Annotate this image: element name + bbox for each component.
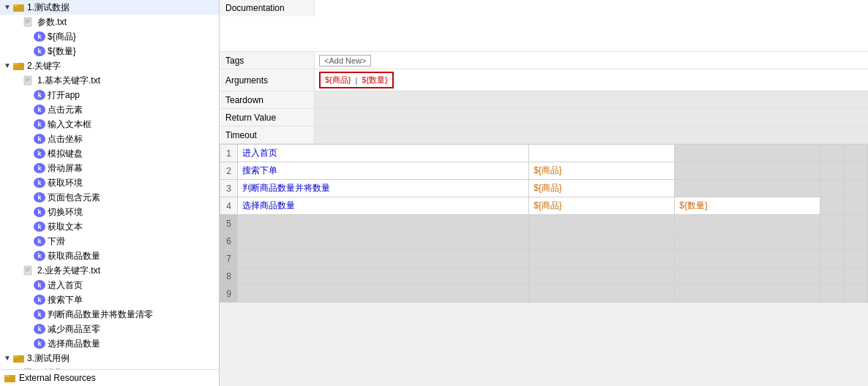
tree-item-kw-scroll-screen[interactable]: k 滑动屏幕 [0,161,219,175]
step-empty-5-3[interactable] [675,215,820,232]
tree-label-test-cases: 3.测试用例 [27,352,70,365]
step-empty-7-3[interactable] [675,250,820,268]
step-arg-1-1[interactable] [529,145,675,162]
timeout-value[interactable] [315,126,868,143]
tree-item-kw-get-text[interactable]: k 获取文本 [0,219,219,234]
step-empty-9-3[interactable] [675,285,820,303]
step-empty-8-3[interactable] [675,268,820,285]
step-arg-2-2[interactable] [675,162,820,180]
external-resources-item[interactable]: External Resources [0,369,219,386]
step-empty-7-5[interactable] [844,250,867,268]
step-name-2[interactable]: 搜索下单 [238,162,529,180]
tree-label-search-order: 搜索下单 [48,293,83,306]
tree-item-kw-switch-env[interactable]: k 切换环境 [0,205,219,219]
table-row: 8 [220,268,868,285]
step-arg-4-4[interactable] [844,197,867,215]
tree-item-test-data[interactable]: ▼ 1.测试数据 [0,0,219,15]
tree-item-kw-open-app[interactable]: k 打开app [0,88,219,102]
step-empty-7-2[interactable] [529,250,675,268]
tree-item-kw-click-elem[interactable]: k 点击元素 [0,102,219,117]
kw-icon-get-text: k [34,222,45,232]
step-arg-1-2[interactable] [675,145,820,162]
step-arg-3-1[interactable]: ${商品} [529,180,675,197]
tree-label-scroll-screen: 滑动屏幕 [48,162,83,175]
tree-item-kw-get-env[interactable]: k 获取环境 [0,175,219,190]
step-empty-9-2[interactable] [529,285,675,303]
step-empty-6-2[interactable] [529,232,675,250]
step-arg-4-2[interactable]: ${数量} [675,197,820,215]
tree-item-bkw-search-order[interactable]: k 搜索下单 [0,292,219,307]
tree-item-biz-kw[interactable]: 2.业务关键字.txt [0,263,219,278]
tree-label-judge-qty: 判断商品数量并将数量清零 [48,308,153,321]
step-empty-5-4[interactable] [820,215,844,232]
tree-item-bkw-select-qty[interactable]: k 选择商品数量 [0,336,219,351]
table-row: 9 [220,285,868,303]
step-empty-6-4[interactable] [820,232,844,250]
step-num-3: 3 [220,180,238,197]
kw-icon-goto-home: k [34,280,45,290]
step-empty-6-1[interactable] [238,232,529,250]
toggle-keywords[interactable]: ▼ [3,61,12,70]
tree-item-test-cases[interactable]: ▼ 3.测试用例 [0,351,219,366]
step-empty-6-3[interactable] [675,232,820,250]
tree-item-kw-click-coord[interactable]: k 点击坐标 [0,132,219,146]
folder-icon-keywords [13,61,25,71]
tree-item-bkw-reduce-cart[interactable]: k 减少商品至零 [0,322,219,336]
step-empty-5-1[interactable] [238,215,529,232]
tree-item-bkw-judge-qty[interactable]: k 判断商品数量并将数量清零 [0,307,219,322]
tree-item-params-txt[interactable]: 参数.txt [0,15,219,29]
tree-item-kw-scroll-down[interactable]: k 下滑 [0,234,219,249]
step-empty-7-1[interactable] [238,250,529,268]
step-empty-5-5[interactable] [844,215,867,232]
step-empty-9-1[interactable] [238,285,529,303]
step-arg-4-1[interactable]: ${商品} [529,197,675,215]
step-empty-6-5[interactable] [844,232,867,250]
step-empty-8-4[interactable] [820,268,844,285]
tree-item-param-qty[interactable]: k ${数量} [0,44,219,58]
step-arg-2-3[interactable] [820,162,844,180]
table-row: 6 [220,232,868,250]
step-empty-5-2[interactable] [529,215,675,232]
tree-label-biz-kw: 2.业务关键字.txt [37,264,100,277]
documentation-content[interactable] [315,0,868,51]
tree-item-kw-sim-keyboard[interactable]: k 模拟键盘 [0,146,219,161]
step-arg-3-4[interactable] [844,180,867,197]
step-empty-8-5[interactable] [844,268,867,285]
step-arg-1-3[interactable] [820,145,844,162]
step-arg-1-4[interactable] [844,145,867,162]
add-tag-button[interactable]: <Add New> [319,55,371,67]
step-arg-2-1[interactable]: ${商品} [529,162,675,180]
kw-icon-page-contains: k [34,192,45,203]
tree-label-param-goods: ${商品} [48,30,76,43]
step-arg-4-3[interactable] [820,197,844,215]
tree-item-kw-input-text[interactable]: k 输入文本框 [0,117,219,132]
tree-item-keywords[interactable]: ▼ 2.关键字 [0,58,219,73]
documentation-row: Documentation [220,0,868,52]
table-row: 4 选择商品数量 ${商品} ${数量} [220,197,868,215]
tree-item-param-goods[interactable]: k ${商品} [0,29,219,44]
tree-item-kw-page-contains[interactable]: k 页面包含元素 [0,190,219,205]
step-name-4[interactable]: 选择商品数量 [238,197,529,215]
step-arg-2-4[interactable] [844,162,867,180]
step-empty-7-4[interactable] [820,250,844,268]
teardown-label: Teardown [220,91,315,108]
teardown-value[interactable] [315,91,868,108]
tree-item-bkw-goto-home[interactable]: k 进入首页 [0,278,219,292]
tree-item-basic-kw[interactable]: 1.基本关键字.txt [0,73,219,88]
step-empty-8-2[interactable] [529,268,675,285]
tree-item-kw-get-cart-qty[interactable]: k 获取商品数量 [0,249,219,263]
return-value-value[interactable] [315,109,868,126]
step-name-1[interactable]: 进入首页 [238,145,529,162]
step-empty-8-1[interactable] [238,268,529,285]
tree-label-scroll-down: 下滑 [48,235,65,248]
step-empty-9-5[interactable] [844,285,867,303]
arguments-label: Arguments [220,69,315,91]
step-arg-3-3[interactable] [820,180,844,197]
arguments-box[interactable]: ${商品} | ${数量} [319,72,394,88]
step-name-3[interactable]: 判断商品数量并将数量 [238,180,529,197]
tree-label-params-txt: 参数.txt [37,15,67,29]
toggle-test-data[interactable]: ▼ [3,3,12,12]
step-empty-9-4[interactable] [820,285,844,303]
toggle-test-cases[interactable]: ▼ [3,354,12,363]
step-arg-3-2[interactable] [675,180,820,197]
